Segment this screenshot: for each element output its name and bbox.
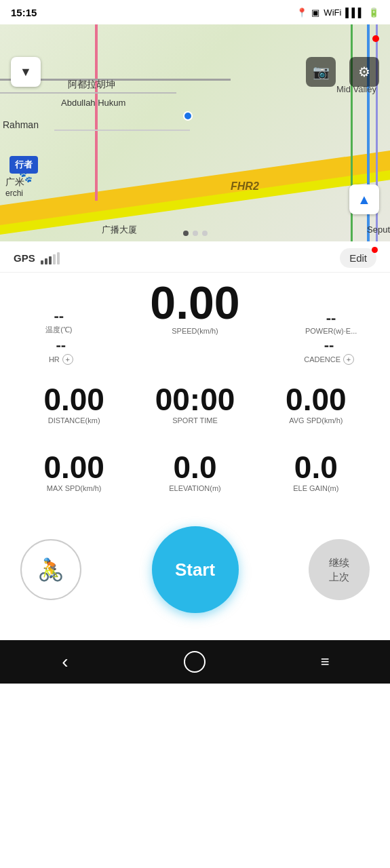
speed-value: 0.00 xyxy=(150,279,239,326)
cadence-metric: -- CADENCE + xyxy=(284,338,374,365)
page-dot-3 xyxy=(202,231,208,236)
sport-time-metric: 00:00 SPORT TIME xyxy=(134,384,255,425)
bottom-nav: ‹ ≡ xyxy=(0,640,390,684)
hr-label-row: HR + xyxy=(49,354,73,365)
action-row: 🚴 Start 继续 上次 xyxy=(0,492,390,627)
metrics-bot-row: 0.00 MAX SPD(km/h) 0.0 ELEVATION(m) 0.0 … xyxy=(0,425,390,492)
page-dot-1 xyxy=(183,231,189,236)
continue-button[interactable]: 继续 上次 xyxy=(309,539,370,600)
sim-icon: ▣ xyxy=(311,7,319,18)
edit-label: Edit xyxy=(349,252,367,264)
map-road-gray2 xyxy=(0,92,176,94)
elevation-metric: 0.0 ELEVATION(m) xyxy=(134,452,255,492)
map-label-cn2: erchi xyxy=(5,189,23,198)
distance-value: 0.00 xyxy=(43,384,104,415)
back-button[interactable]: ‹ xyxy=(45,642,85,682)
gps-left: GPS xyxy=(14,252,60,264)
avg-spd-value: 0.00 xyxy=(286,384,347,415)
ele-gain-value: 0.0 xyxy=(294,452,338,483)
settings-icon: ⚙ xyxy=(358,64,370,80)
sport-time-value: 00:00 xyxy=(155,384,235,415)
status-time: 15:15 xyxy=(11,7,37,18)
speed-label: SPEED(km/h) xyxy=(172,327,218,335)
avg-speed-metric: 0.00 AVG SPD(km/h) xyxy=(256,384,376,425)
cadence-label: CADENCE xyxy=(304,355,340,363)
hr-metric: -- HR + xyxy=(16,338,106,365)
signal-bar-3 xyxy=(49,256,52,264)
signal-bar-2 xyxy=(45,258,47,264)
signal-bar-1 xyxy=(41,260,43,264)
gps-signal-bars xyxy=(41,252,60,264)
home-icon xyxy=(184,651,206,673)
dropdown-icon: ▼ xyxy=(20,65,32,79)
gps-bar: GPS Edit xyxy=(0,241,390,273)
gps-label: GPS xyxy=(14,252,35,264)
power-label: POWER(w)·E... xyxy=(305,327,357,335)
status-bar: 15:15 📍 ▣ WiFi ▌▌▌ 🔋 xyxy=(0,0,390,24)
signal-bar-5 xyxy=(57,252,60,264)
cadence-label-row: CADENCE + xyxy=(304,354,354,365)
camera-button[interactable]: 📷 xyxy=(306,57,336,87)
notification-dot-map xyxy=(372,35,379,42)
edit-notification-dot xyxy=(372,247,378,253)
ele-gain-metric: 0.0 ELE GAIN(m) xyxy=(256,452,376,492)
camera-icon: 📷 xyxy=(313,64,330,80)
start-label: Start xyxy=(175,559,215,580)
cycle-button[interactable]: 🚴 xyxy=(20,539,81,600)
hr-cadence-row: -- HR + -- CADENCE + xyxy=(0,335,390,365)
map-road-pink xyxy=(95,24,98,201)
map-label-broadcast: 广播大厦 xyxy=(102,224,137,236)
continue-line1: 继续 xyxy=(329,555,349,570)
map-label-rahman: Rahman xyxy=(3,119,39,130)
page-dot-2 xyxy=(193,231,198,236)
max-spd-value: 0.00 xyxy=(43,452,104,483)
wifi-icon: WiFi xyxy=(324,7,341,18)
menu-icon: ≡ xyxy=(321,653,330,671)
map-dropdown-button[interactable]: ▼ xyxy=(11,57,41,87)
signal-bar-4 xyxy=(53,254,56,264)
avg-spd-label: AVG SPD(km/h) xyxy=(289,416,343,425)
speed-metric: 0.00 SPEED(km/h) xyxy=(104,279,286,335)
location-icon: 📍 xyxy=(296,7,307,18)
navigate-button[interactable]: ▲ xyxy=(349,184,379,214)
sport-time-label: SPORT TIME xyxy=(172,416,218,425)
hr-value: -- xyxy=(56,338,66,353)
cadence-add-icon[interactable]: + xyxy=(343,354,354,365)
metrics-mid-row: 0.00 DISTANCE(km) 00:00 SPORT TIME 0.00 … xyxy=(0,365,390,425)
navigate-icon: ▲ xyxy=(357,192,371,208)
max-speed-metric: 0.00 MAX SPD(km/h) xyxy=(14,452,134,492)
walker-badge[interactable]: 行者 xyxy=(9,156,38,174)
map-label-fhr2: FHR2 xyxy=(231,180,259,193)
location-dot xyxy=(183,111,193,121)
signal-icon: ▌▌▌ xyxy=(345,7,364,18)
metrics-top-row: -- 温度(℃) 0.00 SPEED(km/h) -- POWER(w)·E.… xyxy=(0,273,390,335)
battery-icon: 🔋 xyxy=(368,7,379,18)
power-metric: -- POWER(w)·E... xyxy=(286,311,376,335)
hr-label: HR xyxy=(49,355,60,363)
distance-label: DISTANCE(km) xyxy=(48,416,100,425)
start-button[interactable]: Start xyxy=(152,526,239,613)
settings-button[interactable]: ⚙ xyxy=(349,57,379,87)
cadence-value: -- xyxy=(324,338,334,353)
distance-metric: 0.00 DISTANCE(km) xyxy=(14,384,134,425)
page-indicator xyxy=(183,231,208,236)
power-value: -- xyxy=(326,311,336,326)
temp-label: 温度(℃) xyxy=(45,325,72,335)
edit-button[interactable]: Edit xyxy=(340,248,376,268)
menu-button[interactable]: ≡ xyxy=(305,642,345,682)
map-label-abdullah: Abdullah Hukum xyxy=(61,98,125,108)
hr-add-icon[interactable]: + xyxy=(62,354,73,365)
max-spd-label: MAX SPD(km/h) xyxy=(47,484,102,492)
cycle-icon: 🚴 xyxy=(37,557,64,583)
back-icon: ‹ xyxy=(62,651,68,673)
status-icons: 📍 ▣ WiFi ▌▌▌ 🔋 xyxy=(296,7,379,18)
continue-line2: 上次 xyxy=(329,570,349,584)
temp-value: -- xyxy=(54,309,64,323)
temperature-metric: -- 温度(℃) xyxy=(14,309,104,335)
map-road-gray3 xyxy=(54,130,190,131)
map-label-arabic: 阿都拉胡坤 xyxy=(68,79,115,91)
home-button[interactable] xyxy=(174,642,215,682)
data-panel: GPS Edit -- 温度(℃) 0.00 SPEED(km/h) xyxy=(0,241,390,640)
map-area: 阿都拉胡坤 Abdullah Hukum Rahman Mid Valley F… xyxy=(0,24,390,241)
elevation-value: 0.0 xyxy=(174,452,217,483)
